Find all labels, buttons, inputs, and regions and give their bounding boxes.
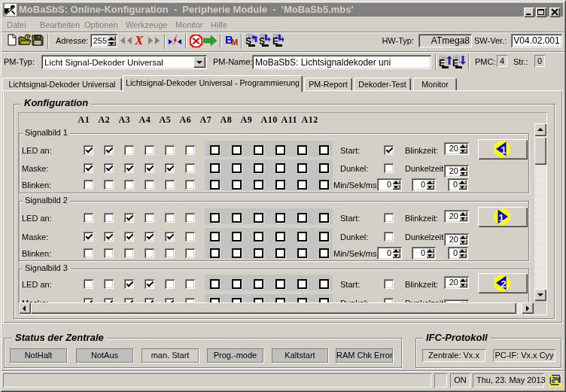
svg-text:1: 1 <box>498 212 504 223</box>
svg-text:2: 2 <box>501 278 506 290</box>
svg-text:1: 1 <box>501 144 507 156</box>
